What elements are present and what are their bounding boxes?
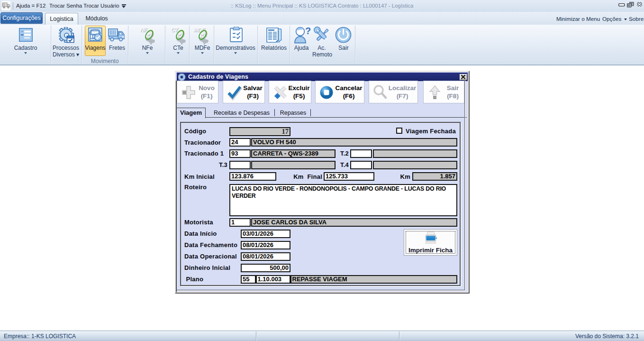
svg-text:?: ? xyxy=(305,27,311,36)
